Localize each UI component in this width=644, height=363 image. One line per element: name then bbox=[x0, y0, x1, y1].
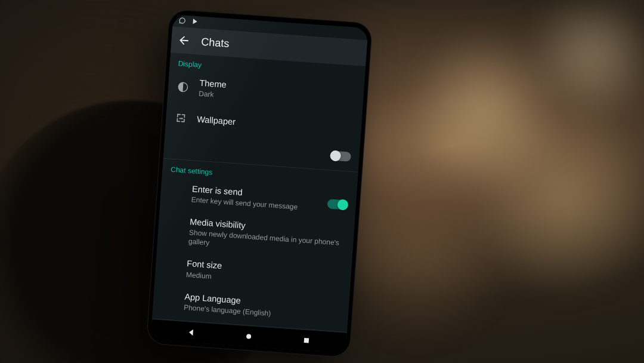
nav-recents-button[interactable] bbox=[288, 334, 324, 346]
settings-list[interactable]: Display Theme Dark Wallpaper bbox=[152, 53, 366, 333]
nav-back-button[interactable] bbox=[173, 327, 209, 339]
wallpaper-icon bbox=[174, 112, 188, 124]
play-store-status-icon bbox=[191, 18, 199, 27]
nav-home-button[interactable] bbox=[231, 330, 267, 342]
back-button[interactable] bbox=[177, 33, 191, 47]
row-wallpaper-title: Wallpaper bbox=[197, 114, 354, 136]
screen: Chats Display Theme Dark bbox=[150, 14, 368, 353]
toggle-unlabeled[interactable] bbox=[330, 151, 351, 162]
svg-point-1 bbox=[246, 334, 252, 339]
page-title: Chats bbox=[201, 35, 230, 50]
phone-frame: Chats Display Theme Dark bbox=[147, 10, 372, 357]
toggle-enter-is-send[interactable] bbox=[327, 199, 348, 210]
whatsapp-status-icon bbox=[178, 17, 186, 26]
theme-icon bbox=[176, 81, 190, 93]
svg-rect-2 bbox=[304, 338, 309, 343]
